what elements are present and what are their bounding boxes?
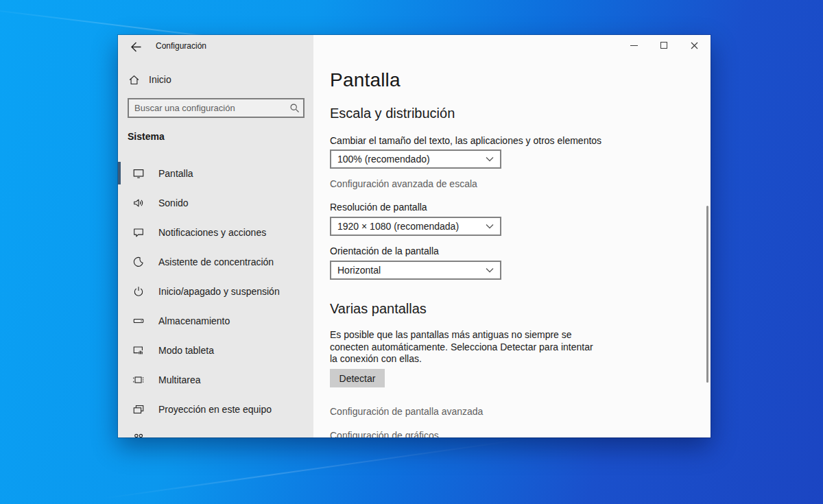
resolution-field-label: Resolución de pantalla [330, 202, 427, 213]
sidebar-item-pantalla[interactable]: Pantalla [118, 158, 313, 188]
maximize-icon [660, 42, 667, 49]
sidebar-item-label: Notificaciones y acciones [158, 227, 266, 238]
sidebar-item-label: Sonido [158, 197, 189, 208]
sound-icon [132, 197, 145, 209]
home-icon [128, 73, 140, 86]
window-controls [619, 35, 709, 56]
projection-icon [132, 403, 145, 416]
notifications-icon [132, 226, 145, 239]
scale-section-heading: Escala y distribución [330, 106, 455, 121]
minimize-icon [630, 45, 638, 46]
sidebar-item-notificaciones[interactable]: Notificaciones y acciones [118, 217, 313, 247]
sidebar-item-label: Almacenamiento [158, 315, 230, 326]
sidebar-home-label: Inicio [149, 74, 171, 85]
orientation-dropdown-value: Horizontal [331, 265, 479, 276]
sidebar-item-home[interactable]: Inicio [128, 71, 171, 88]
active-accent-bar [118, 162, 121, 184]
settings-sidebar: Configuración Inicio Sistema Pantalla [118, 35, 313, 437]
resolution-dropdown[interactable]: 1920 × 1080 (recomendada) [330, 217, 501, 236]
vertical-scrollbar[interactable] [706, 206, 708, 383]
focus-assist-icon [132, 256, 145, 268]
multiple-displays-description: Es posible que las pantallas más antigua… [330, 329, 593, 365]
settings-main-content: Pantalla Escala y distribución Cambiar e… [313, 35, 711, 437]
shared-experiences-icon [132, 433, 145, 438]
chevron-down-icon [479, 267, 500, 273]
storage-icon [132, 315, 145, 327]
multiple-displays-heading: Varias pantallas [330, 301, 427, 317]
sidebar-nav-list: Pantalla Sonido Notificaciones y accione… [118, 158, 313, 437]
resolution-dropdown-value: 1920 × 1080 (recomendada) [331, 221, 479, 232]
window-title: Configuración [156, 41, 206, 51]
settings-window: Configuración Inicio Sistema Pantalla [118, 35, 711, 437]
sidebar-item-asistente[interactable]: Asistente de concentración [118, 247, 313, 276]
page-title: Pantalla [330, 69, 401, 91]
chevron-down-icon [479, 224, 500, 229]
close-icon [691, 42, 698, 49]
sidebar-item-label: Pantalla [158, 168, 193, 179]
sidebar-item-label: Multitarea [158, 374, 200, 385]
detect-button[interactable]: Detectar [330, 369, 385, 387]
sidebar-item-clipped[interactable] [118, 424, 313, 437]
sidebar-item-inicio-apagado[interactable]: Inicio/apagado y suspensión [118, 276, 313, 306]
power-icon [132, 285, 145, 298]
scale-dropdown[interactable]: 100% (recomendado) [330, 149, 501, 169]
sidebar-item-proyeccion[interactable]: Proyección en este equipo [118, 394, 313, 424]
scale-field-label: Cambiar el tamaño del texto, las aplicac… [330, 135, 601, 146]
sidebar-item-label: Asistente de concentración [158, 256, 274, 267]
advanced-scaling-link[interactable]: Configuración avanzada de escala [330, 178, 477, 189]
sidebar-item-label: Proyección en este equipo [158, 404, 272, 415]
display-icon [132, 167, 145, 180]
sidebar-item-label: Modo tableta [158, 345, 214, 356]
maximize-button[interactable] [649, 35, 679, 56]
sidebar-item-multitarea[interactable]: Multitarea [118, 365, 313, 394]
orientation-dropdown[interactable]: Horizontal [330, 261, 501, 280]
close-button[interactable] [679, 35, 709, 56]
graphics-settings-link[interactable]: Configuración de gráficos [330, 430, 439, 437]
wallpaper-light-ray [103, 439, 524, 499]
settings-search-box [128, 98, 305, 118]
back-button[interactable] [125, 38, 147, 56]
tablet-mode-icon [132, 344, 145, 357]
back-arrow-icon [130, 42, 141, 52]
sidebar-section-header: Sistema [128, 131, 165, 142]
sidebar-item-almacenamiento[interactable]: Almacenamiento [118, 306, 313, 335]
search-input[interactable] [129, 103, 285, 113]
advanced-display-link[interactable]: Configuración de pantalla avanzada [330, 406, 483, 417]
sidebar-item-sonido[interactable]: Sonido [118, 188, 313, 217]
minimize-button[interactable] [619, 35, 649, 56]
orientation-field-label: Orientación de la pantalla [330, 245, 439, 256]
search-icon[interactable] [285, 99, 303, 117]
multitasking-icon [132, 374, 145, 386]
scale-dropdown-value: 100% (recomendado) [331, 154, 479, 165]
desktop: { "titlebar": { "title": "Configuración"… [0, 0, 823, 504]
chevron-down-icon [479, 156, 500, 162]
sidebar-item-modo-tableta[interactable]: Modo tableta [118, 335, 313, 365]
sidebar-item-label: Inicio/apagado y suspensión [158, 286, 280, 297]
